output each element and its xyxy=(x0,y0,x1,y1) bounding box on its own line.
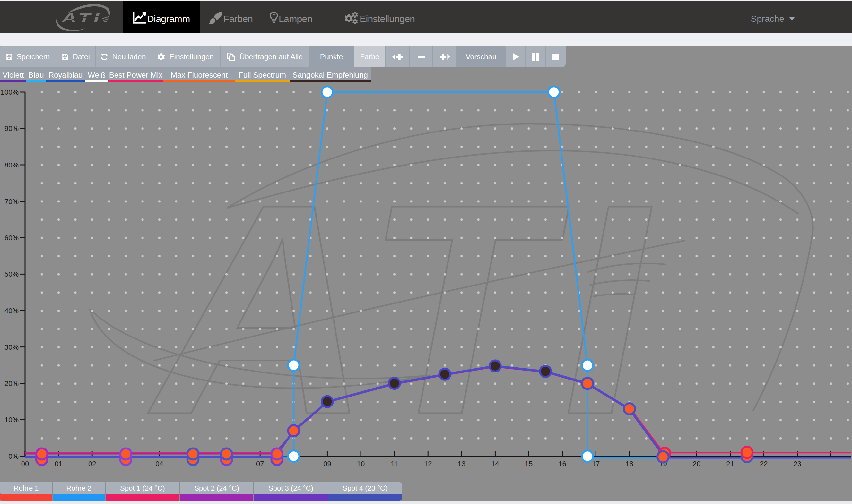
svg-text:18: 18 xyxy=(626,460,633,468)
svg-text:50%: 50% xyxy=(4,270,19,278)
svg-text:20%: 20% xyxy=(4,379,19,388)
svg-text:100%: 100% xyxy=(1,88,19,96)
svg-text:90%: 90% xyxy=(4,125,19,132)
svg-text:80%: 80% xyxy=(4,161,19,169)
svg-text:10%: 10% xyxy=(4,416,19,424)
svg-text:09: 09 xyxy=(323,460,331,468)
svg-text:22: 22 xyxy=(760,460,768,468)
svg-text:40%: 40% xyxy=(4,307,19,315)
svg-text:60%: 60% xyxy=(4,234,19,242)
svg-text:21: 21 xyxy=(726,460,734,468)
svg-text:0%: 0% xyxy=(8,452,19,461)
svg-text:20: 20 xyxy=(693,460,700,468)
svg-text:02: 02 xyxy=(88,460,96,468)
svg-text:30%: 30% xyxy=(4,343,19,351)
svg-text:15: 15 xyxy=(525,460,533,468)
svg-text:16: 16 xyxy=(558,460,566,468)
svg-text:23: 23 xyxy=(794,460,801,468)
svg-text:04: 04 xyxy=(155,460,163,468)
svg-text:11: 11 xyxy=(391,460,398,468)
svg-text:17: 17 xyxy=(592,460,600,468)
svg-text:10: 10 xyxy=(357,460,365,468)
svg-text:14: 14 xyxy=(491,460,499,468)
svg-text:00: 00 xyxy=(21,460,29,468)
svg-text:07: 07 xyxy=(256,460,264,468)
svg-text:12: 12 xyxy=(424,460,432,468)
svg-text:70%: 70% xyxy=(4,198,19,206)
svg-text:13: 13 xyxy=(458,460,466,468)
svg-text:01: 01 xyxy=(55,460,62,468)
